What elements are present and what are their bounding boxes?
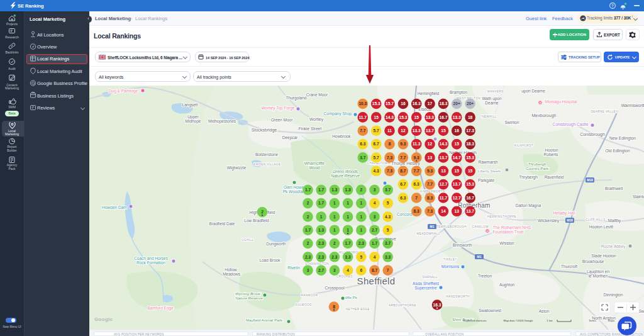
svg-text:16: 16 bbox=[401, 101, 406, 106]
svg-text:Whiston: Whiston bbox=[499, 241, 514, 245]
svg-text:13: 13 bbox=[441, 169, 446, 173]
svg-text:1 km: 1 km bbox=[547, 319, 553, 322]
svg-text:Sw: Sw bbox=[638, 309, 644, 313]
svg-text:2.3: 2.3 bbox=[318, 241, 324, 245]
svg-text:5.7: 5.7 bbox=[374, 128, 379, 133]
svg-text:5.7: 5.7 bbox=[374, 155, 379, 160]
svg-text:TINSLEY: TINSLEY bbox=[443, 258, 457, 261]
svg-text:Google: Google bbox=[94, 316, 113, 322]
svg-text:M1: M1 bbox=[430, 225, 435, 228]
svg-text:14.7: 14.7 bbox=[453, 155, 461, 160]
svg-text:20+: 20+ bbox=[467, 101, 474, 106]
svg-text:4: 4 bbox=[374, 255, 376, 259]
svg-text:Ravenfield: Ravenfield bbox=[545, 175, 564, 179]
svg-text:6.3: 6.3 bbox=[400, 196, 406, 200]
svg-text:2: 2 bbox=[360, 188, 362, 192]
svg-text:2: 2 bbox=[307, 241, 309, 245]
svg-text:Foundation Trust: Foundation Trust bbox=[493, 230, 524, 234]
svg-text:14.3: 14.3 bbox=[439, 142, 447, 146]
svg-text:2.3: 2.3 bbox=[318, 255, 324, 259]
svg-text:15: 15 bbox=[455, 169, 460, 173]
svg-text:Thurcroft: Thurcroft bbox=[561, 264, 577, 269]
svg-text:15: 15 bbox=[455, 142, 460, 146]
svg-text:Midhope: Midhope bbox=[186, 119, 201, 124]
svg-text:16.3: 16.3 bbox=[413, 101, 421, 106]
svg-text:Deepcar: Deepcar bbox=[282, 135, 298, 140]
svg-text:1: 1 bbox=[333, 201, 336, 205]
svg-text:6.3: 6.3 bbox=[360, 142, 365, 146]
svg-text:Old Edlington: Old Edlington bbox=[605, 148, 630, 154]
svg-text:UGHILL: UGHILL bbox=[242, 238, 253, 242]
svg-text:1: 1 bbox=[347, 215, 349, 219]
svg-text:4.3: 4.3 bbox=[385, 215, 391, 219]
svg-text:2.3: 2.3 bbox=[305, 255, 311, 259]
svg-text:3: 3 bbox=[307, 268, 309, 272]
svg-text:Supercentre: Supercentre bbox=[414, 286, 437, 291]
svg-text:Treeton: Treeton bbox=[478, 274, 492, 278]
svg-text:1: 1 bbox=[347, 201, 349, 205]
svg-text:Greno Woods: Greno Woods bbox=[333, 169, 358, 174]
svg-text:2.3: 2.3 bbox=[358, 241, 364, 245]
svg-text:?: ? bbox=[611, 3, 614, 8]
svg-text:18.3: 18.3 bbox=[466, 142, 474, 146]
svg-text:upon Dearne: upon Dearne bbox=[521, 89, 545, 94]
svg-text:Meadows.: Meadows. bbox=[223, 272, 242, 276]
svg-text:EWDEN VILLAGE: EWDEN VILLAGE bbox=[253, 163, 280, 166]
svg-text:16.3: 16.3 bbox=[433, 303, 441, 307]
svg-text:Aughton: Aughton bbox=[499, 283, 515, 288]
svg-text:13.7: 13.7 bbox=[426, 128, 434, 133]
svg-text:KILNHURST: KILNHURST bbox=[514, 144, 533, 147]
svg-text:Hemingfield: Hemingfield bbox=[418, 91, 440, 96]
svg-text:Stainto: Stainto bbox=[633, 194, 644, 199]
svg-text:Wortley: Wortley bbox=[309, 117, 324, 122]
svg-text:17: 17 bbox=[428, 101, 433, 106]
svg-text:Conisbrough Castle: Conisbrough Castle bbox=[552, 122, 588, 127]
svg-text:1: 1 bbox=[333, 215, 336, 219]
svg-text:NETHER EDGE: NETHER EDGE bbox=[346, 308, 370, 311]
svg-text:1.7: 1.7 bbox=[345, 241, 351, 245]
svg-text:2.3: 2.3 bbox=[331, 255, 337, 259]
svg-text:3.7: 3.7 bbox=[385, 241, 391, 245]
svg-text:1.7: 1.7 bbox=[318, 188, 324, 192]
svg-text:FULWOOD: FULWOOD bbox=[296, 303, 312, 306]
svg-text:DARNALL: DARNALL bbox=[423, 276, 438, 279]
svg-text:The Rotherham NHS: The Rotherham NHS bbox=[493, 225, 531, 230]
svg-text:1.3: 1.3 bbox=[318, 228, 324, 232]
svg-text:7: 7 bbox=[387, 268, 389, 272]
svg-text:Dungworth: Dungworth bbox=[266, 242, 286, 247]
svg-text:13.3: 13.3 bbox=[413, 128, 421, 133]
svg-text:Country Park: Country Park bbox=[526, 166, 549, 171]
svg-text:NEWHILL: NEWHILL bbox=[482, 115, 497, 118]
svg-text:Company Shop: Company Shop bbox=[324, 111, 352, 116]
svg-text:7.3: 7.3 bbox=[387, 169, 392, 173]
svg-text:Howbrook: Howbrook bbox=[332, 134, 351, 138]
svg-text:1: 1 bbox=[360, 201, 362, 205]
svg-text:le Morthen: le Morthen bbox=[589, 274, 608, 278]
svg-text:17.3: 17.3 bbox=[466, 128, 474, 133]
svg-text:13.7: 13.7 bbox=[439, 155, 447, 160]
svg-text:Repo: Repo bbox=[608, 319, 615, 322]
svg-text:Langsett: Langsett bbox=[182, 103, 198, 108]
svg-text:9.3: 9.3 bbox=[414, 155, 419, 160]
svg-text:1.3: 1.3 bbox=[345, 188, 351, 192]
svg-text:Aston: Aston bbox=[539, 309, 550, 313]
svg-text:11.7: 11.7 bbox=[440, 196, 448, 200]
svg-text:Crosspool: Crosspool bbox=[325, 286, 345, 291]
svg-text:Mexborough: Mexborough bbox=[532, 113, 557, 118]
svg-text:1: 1 bbox=[360, 228, 362, 232]
svg-text:2.7: 2.7 bbox=[318, 268, 324, 272]
svg-text:18: 18 bbox=[468, 115, 473, 120]
svg-text:STANNINGTON: STANNINGTON bbox=[305, 262, 329, 266]
svg-text:Hooton: Hooton bbox=[545, 148, 558, 152]
svg-text:Bamford Edge: Bamford Edge bbox=[147, 306, 174, 311]
svg-text:7.7: 7.7 bbox=[360, 128, 365, 133]
svg-text:Nature Reserve: Nature Reserve bbox=[235, 296, 263, 300]
svg-text:20+: 20+ bbox=[453, 101, 460, 106]
svg-text:Sheffield: Sheffield bbox=[357, 276, 396, 286]
svg-text:16.7: 16.7 bbox=[439, 115, 447, 120]
svg-text:3: 3 bbox=[374, 188, 376, 192]
svg-text:6.7: 6.7 bbox=[400, 182, 406, 186]
svg-text:15: 15 bbox=[441, 128, 446, 133]
svg-text:M18: M18 bbox=[567, 218, 573, 222]
svg-text:Liberty Steels: Liberty Steels bbox=[478, 169, 501, 173]
